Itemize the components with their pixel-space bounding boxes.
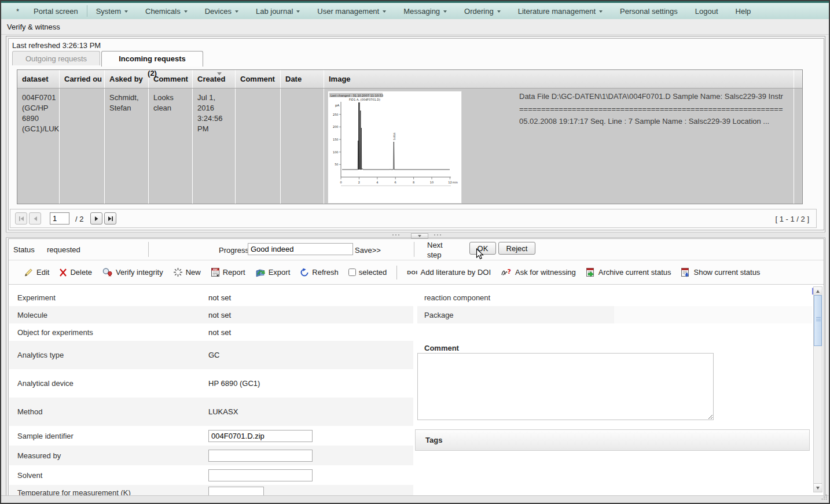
delete-button[interactable]: Delete bbox=[59, 268, 92, 277]
status-bar: Status requested Progress Save>> Next st… bbox=[9, 239, 824, 260]
scrollbar-grip bbox=[816, 319, 821, 319]
splitter-grip bbox=[392, 234, 399, 236]
add-literature-doi-button[interactable]: DOI Add literature by DOI bbox=[407, 268, 491, 277]
arrow-down-icon bbox=[816, 487, 820, 490]
chevron-down-icon bbox=[124, 10, 128, 13]
window-resize-grip[interactable] bbox=[821, 493, 827, 502]
menu-item-devices[interactable]: Devices bbox=[196, 7, 247, 16]
delete-x-icon bbox=[59, 268, 67, 277]
sample-identifier-input[interactable] bbox=[208, 430, 313, 442]
svg-text:?: ? bbox=[508, 268, 511, 275]
chromatogram-thumbnail[interactable]: Last changed : 31.10.2007 11:10:53 FID1 … bbox=[328, 91, 462, 204]
pdf-report-icon: PDF bbox=[211, 267, 220, 277]
svg-text:250: 250 bbox=[333, 113, 339, 116]
solvent-input[interactable] bbox=[208, 469, 313, 481]
menu-item-chemicals[interactable]: Chemicals bbox=[137, 7, 196, 16]
archive-current-status-button[interactable]: Archive current status bbox=[586, 267, 671, 277]
column-header-date[interactable]: Date bbox=[281, 70, 324, 88]
menu-item-logout[interactable]: Logout bbox=[686, 7, 727, 16]
verify-integrity-button[interactable]: Verify integrity bbox=[102, 267, 163, 277]
page-number-input[interactable] bbox=[50, 212, 69, 225]
first-page-icon bbox=[19, 216, 24, 222]
tags-section-header[interactable]: Tags bbox=[415, 429, 810, 451]
next-page-button[interactable] bbox=[90, 212, 102, 225]
progress-input[interactable] bbox=[248, 243, 353, 255]
tab-incoming-requests[interactable]: Incoming requests (2) bbox=[101, 51, 203, 67]
menu-item-literature-management[interactable]: Literature management bbox=[509, 7, 611, 16]
scrollbar-thumb[interactable] bbox=[814, 295, 822, 346]
save-link[interactable]: Save>> bbox=[355, 246, 381, 255]
comment-textarea[interactable] bbox=[417, 353, 714, 420]
cell-comment: Looks clean bbox=[149, 89, 193, 204]
cell-comment-2 bbox=[236, 89, 281, 204]
first-page-button[interactable] bbox=[15, 212, 27, 225]
scroll-down-button[interactable] bbox=[814, 483, 822, 492]
tab-outgoing-requests[interactable]: Outgoing requests (6) bbox=[12, 51, 100, 65]
window-bottom-strip bbox=[1, 495, 829, 503]
menu-item-personal-settings[interactable]: Personal settings bbox=[611, 7, 686, 16]
refresh-button[interactable]: Refresh bbox=[300, 268, 339, 277]
pagination-range-label: [ 1 - 1 / 2 ] bbox=[775, 215, 809, 223]
svg-text:pA: pA bbox=[335, 104, 339, 108]
menu-item-messaging[interactable]: Messaging bbox=[395, 7, 456, 16]
new-button[interactable]: New bbox=[173, 267, 201, 277]
column-header-dataset[interactable]: dataset bbox=[17, 70, 60, 88]
horizontal-splitter[interactable] bbox=[6, 232, 825, 238]
show-status-icon bbox=[681, 267, 691, 277]
menu-item-portal-screen[interactable]: Portal screen bbox=[25, 7, 87, 16]
svg-text:50: 50 bbox=[335, 163, 338, 166]
column-header-comment-2[interactable]: Comment bbox=[236, 70, 281, 88]
chevron-down-icon bbox=[497, 10, 501, 13]
experiment-value: not set bbox=[208, 293, 231, 302]
show-current-status-button[interactable]: Show current status bbox=[681, 267, 760, 277]
chevron-down-icon bbox=[235, 10, 238, 13]
selected-checkbox[interactable] bbox=[348, 268, 356, 276]
svg-text:PDF: PDF bbox=[213, 268, 218, 271]
cell-created: Jul 1, 2016 3:24:56 PM bbox=[193, 89, 236, 204]
requests-table: dataset Carried ou Asked by Comment Crea… bbox=[17, 69, 803, 204]
column-header-created[interactable]: Created bbox=[193, 70, 236, 88]
menu-item-help[interactable]: Help bbox=[727, 7, 760, 16]
pagination-bar: / 2 [ 1 - 1 / 2 ] bbox=[10, 209, 817, 228]
svg-text:200: 200 bbox=[333, 125, 339, 128]
splitter-collapse-button[interactable] bbox=[411, 233, 428, 238]
measured-by-input[interactable] bbox=[208, 450, 313, 462]
actions-toolbar: Edit Delete Verify integrity New PDF Rep… bbox=[9, 260, 824, 285]
cell-dataset: 004F0701 (GC/HP 6890 (GC1)/LUK bbox=[17, 89, 60, 204]
image-description: Data File D:\GC-DATEN\1\DATA\004F0701.D … bbox=[519, 90, 790, 128]
ask-for-witnessing-button[interactable]: ? Ask for witnessing bbox=[501, 267, 576, 277]
last-page-button[interactable] bbox=[104, 212, 116, 225]
form-row-analytical-device: Analytical device HP 6890 (GC1) bbox=[9, 369, 413, 398]
menu-item-system[interactable]: System bbox=[87, 7, 137, 16]
edit-button[interactable]: Edit bbox=[24, 268, 49, 277]
column-header-asked-by[interactable]: Asked by bbox=[105, 70, 149, 88]
column-header-carried-out[interactable]: Carried ou bbox=[60, 70, 105, 88]
analytics-type-value: GC bbox=[208, 351, 220, 359]
previous-page-button[interactable] bbox=[29, 212, 41, 225]
svg-text:150: 150 bbox=[333, 138, 339, 141]
reject-button[interactable]: Reject bbox=[498, 242, 535, 255]
table-header-row: dataset Carried ou Asked by Comment Crea… bbox=[17, 70, 802, 89]
form-row-method: Method LUKASX bbox=[9, 398, 413, 426]
menu-item-user-management[interactable]: User management bbox=[309, 7, 395, 16]
selected-checkbox-item[interactable]: selected bbox=[348, 268, 387, 277]
menu-item-lab-journal[interactable]: Lab journal bbox=[247, 7, 309, 16]
scroll-up-button[interactable] bbox=[814, 287, 822, 296]
doi-icon: DOI bbox=[407, 269, 417, 275]
page-title: Verify & witness bbox=[7, 23, 60, 31]
column-header-image[interactable]: Image bbox=[324, 70, 794, 88]
method-value: LUKASX bbox=[208, 407, 238, 416]
vertical-scrollbar[interactable] bbox=[813, 286, 822, 492]
menu-item-ordering[interactable]: Ordering bbox=[456, 7, 509, 16]
menu-item-home[interactable]: * bbox=[1, 7, 25, 16]
status-value: requested bbox=[47, 245, 80, 254]
export-button[interactable]: Export bbox=[255, 268, 291, 277]
table-row[interactable]: 004F0701 (GC/HP 6890 (GC1)/LUK Schmidt, … bbox=[17, 89, 802, 204]
signature-question-icon: ? bbox=[501, 267, 512, 277]
last-page-icon bbox=[108, 216, 113, 222]
divider bbox=[396, 266, 397, 279]
report-button[interactable]: PDF Report bbox=[211, 267, 245, 277]
main-menu-bar: * Portal screen System Chemicals Devices… bbox=[1, 1, 829, 20]
svg-text:8: 8 bbox=[413, 181, 414, 184]
resize-grip-icon bbox=[821, 494, 827, 500]
